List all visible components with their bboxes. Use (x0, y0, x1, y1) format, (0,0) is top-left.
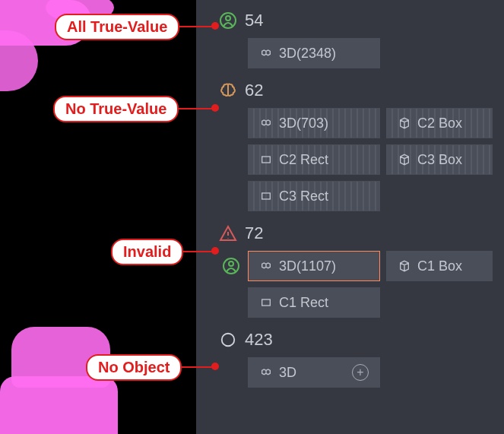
chip-label: 3D(1107) (279, 258, 336, 274)
chip-3d-2348[interactable]: 3D(2348) (248, 38, 380, 68)
svg-point-1 (226, 16, 230, 21)
group-count: 72 (245, 223, 263, 243)
cube-icon (398, 116, 411, 130)
callout-all-true: All True-Value (55, 14, 179, 40)
cube-icon (398, 153, 411, 166)
plus-icon[interactable]: + (352, 364, 369, 381)
chip-3d-add[interactable]: 3D + (248, 357, 380, 388)
chip-3d-1107[interactable]: 3D(1107) (248, 251, 380, 281)
chip-label: 3D(703) (279, 116, 328, 131)
group-header-62[interactable]: 62 (196, 76, 504, 108)
rect-icon (259, 189, 273, 203)
callout-no-object: No Object (86, 354, 182, 381)
warning-icon (219, 224, 237, 242)
svg-rect-6 (262, 299, 271, 306)
svg-point-5 (229, 261, 233, 266)
rect-icon (259, 153, 273, 166)
cubes-icon (259, 46, 273, 60)
chip-c1-box[interactable]: C1 Box (386, 251, 493, 281)
chip-label: C3 Box (417, 152, 462, 168)
callout-dot (211, 22, 219, 30)
group-count: 423 (245, 330, 273, 350)
group-header-54[interactable]: 54 (196, 6, 504, 38)
cubes-icon (259, 259, 273, 273)
svg-point-7 (222, 334, 235, 347)
callout-no-true: No True-Value (53, 96, 179, 122)
chip-label: C1 Rect (279, 295, 328, 311)
group-header-423[interactable]: 423 (196, 325, 504, 357)
group-count: 54 (245, 11, 263, 30)
chip-c3-rect[interactable]: C3 Rect (248, 181, 380, 211)
brain-icon (219, 81, 237, 100)
group-header-72[interactable]: 72 (196, 219, 504, 251)
chip-c1-rect[interactable]: C1 Rect (248, 287, 380, 318)
callout-dot (211, 363, 219, 370)
person-icon (222, 257, 240, 275)
chip-3d-703[interactable]: 3D(703) (248, 108, 380, 138)
callout-dot (211, 104, 219, 112)
annotation-panel: 54 3D(2348) 62 3D(703) (196, 0, 504, 434)
svg-rect-2 (262, 157, 271, 163)
chip-label: C2 Rect (279, 152, 328, 168)
chip-c3-box[interactable]: C3 Box (386, 144, 493, 175)
callout-leader (176, 366, 213, 368)
group-423: 423 3D + (196, 325, 504, 388)
cubes-icon (259, 116, 273, 130)
group-62: 62 3D(703) C2 Box C2 Rect (196, 76, 504, 211)
person-icon (219, 11, 237, 30)
pointcloud-car (0, 376, 118, 434)
chip-c2-rect[interactable]: C2 Rect (248, 144, 380, 175)
chip-label: 3D (279, 365, 296, 381)
group-count: 62 (245, 81, 263, 100)
cubes-icon (259, 366, 273, 379)
svg-rect-3 (262, 193, 271, 199)
callout-dot (211, 247, 219, 255)
group-72: 72 3D(1107) C1 Box C1 (196, 219, 504, 318)
circle-icon (219, 331, 237, 349)
chip-label: C1 Box (417, 258, 462, 274)
rect-icon (259, 296, 273, 309)
cube-icon (398, 259, 411, 273)
chip-label: C3 Rect (279, 188, 328, 204)
group-54: 54 3D(2348) (196, 6, 504, 68)
callout-invalid: Invalid (111, 239, 183, 265)
chip-c2-box[interactable]: C2 Box (386, 108, 493, 138)
chip-label: C2 Box (417, 116, 462, 131)
chip-label: 3D(2348) (279, 46, 336, 62)
